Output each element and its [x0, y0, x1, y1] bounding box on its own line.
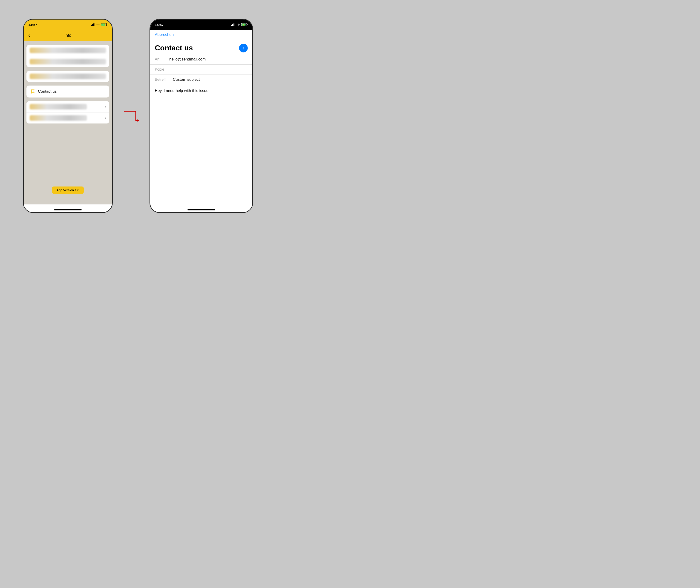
send-icon: ↑ — [242, 46, 244, 50]
list-item[interactable] — [26, 45, 109, 56]
compose-title: Contact us — [155, 44, 193, 52]
home-indicator-right — [150, 204, 252, 212]
betreff-field: Betreff: Custom subject — [150, 75, 252, 85]
to-field: An: hello@sendmail.com — [150, 54, 252, 65]
home-bar-right — [187, 209, 215, 210]
arrow-connector — [122, 102, 140, 130]
svg-rect-10 — [231, 25, 232, 26]
to-value: hello@sendmail.com — [169, 57, 206, 62]
right-time: 14:57 — [155, 23, 163, 27]
betreff-value: Custom subject — [173, 77, 200, 82]
chevron-right-icon: › — [105, 116, 106, 120]
contact-us-button[interactable]: Contact us — [26, 86, 109, 98]
nav-bar: ‹ Info — [24, 30, 112, 41]
svg-rect-3 — [94, 23, 95, 26]
blurred-content — [30, 59, 106, 64]
kopie-field: Kopie — [150, 65, 252, 75]
list-item[interactable]: › — [26, 101, 109, 112]
body-text: Hey, I need help with this issue: — [155, 89, 209, 93]
blurred-content — [30, 104, 87, 109]
right-content: Abbrechen Contact us ↑ An: hello@sendmai… — [150, 30, 252, 204]
body-area[interactable]: Hey, I need help with this issue: — [150, 85, 252, 204]
version-button: App Version 1.0 — [52, 186, 84, 194]
spacer — [26, 127, 109, 186]
svg-rect-5 — [107, 24, 107, 25]
card-group-2 — [26, 71, 109, 82]
svg-rect-2 — [93, 23, 94, 26]
signal-icon — [231, 23, 235, 26]
svg-rect-12 — [233, 23, 234, 26]
cancel-button[interactable]: Abbrechen — [155, 32, 174, 37]
svg-text:⚡: ⚡ — [242, 24, 244, 26]
right-status-bar: 14:57 ⚡ — [150, 20, 252, 30]
right-status-icons: ⚡ — [231, 23, 248, 26]
left-content: Contact us › › App Version 1.0 — [24, 41, 112, 204]
flag-icon — [30, 89, 36, 94]
battery-icon: ⚡ — [241, 23, 248, 26]
contact-icon — [30, 89, 36, 94]
svg-rect-1 — [92, 24, 93, 26]
betreff-label: Betreff: — [155, 77, 171, 82]
left-status-icons: ⚡ — [91, 23, 107, 26]
svg-rect-16 — [247, 24, 247, 25]
card-group-3: › › — [26, 101, 109, 123]
back-button[interactable]: ‹ — [28, 32, 30, 39]
list-item[interactable] — [26, 56, 109, 67]
send-button[interactable]: ↑ — [239, 44, 248, 52]
left-status-bar: 14:57 ⚡ — [24, 20, 112, 30]
nav-title: Info — [64, 33, 71, 38]
to-label: An: — [155, 57, 167, 61]
svg-rect-11 — [232, 24, 233, 26]
signal-icon — [91, 23, 95, 26]
left-phone: 14:57 ⚡ ‹ Info — [23, 19, 113, 213]
list-item[interactable]: › — [26, 112, 109, 123]
svg-text:⚡: ⚡ — [102, 24, 104, 26]
svg-rect-0 — [91, 25, 92, 26]
svg-rect-13 — [235, 23, 235, 26]
svg-marker-9 — [137, 119, 139, 122]
flow-arrow — [122, 102, 140, 130]
cancel-bar: Abbrechen — [150, 30, 252, 40]
right-phone: 14:57 ⚡ Abbrechen — [149, 19, 253, 213]
blurred-content — [30, 115, 87, 121]
svg-point-14 — [238, 26, 239, 26]
compose-header: Contact us ↑ — [150, 40, 252, 54]
blurred-content — [30, 48, 106, 53]
kopie-label: Kopie — [155, 67, 167, 72]
contact-us-label: Contact us — [38, 89, 57, 94]
wifi-icon — [96, 23, 100, 26]
home-indicator — [24, 204, 112, 212]
chevron-right-icon: › — [105, 105, 106, 109]
home-bar — [54, 209, 82, 210]
battery-icon: ⚡ — [101, 23, 107, 26]
left-time: 14:57 — [28, 23, 37, 27]
blurred-content — [30, 74, 106, 79]
card-group-1 — [26, 45, 109, 67]
wifi-icon — [236, 23, 240, 26]
list-item[interactable] — [26, 71, 109, 82]
